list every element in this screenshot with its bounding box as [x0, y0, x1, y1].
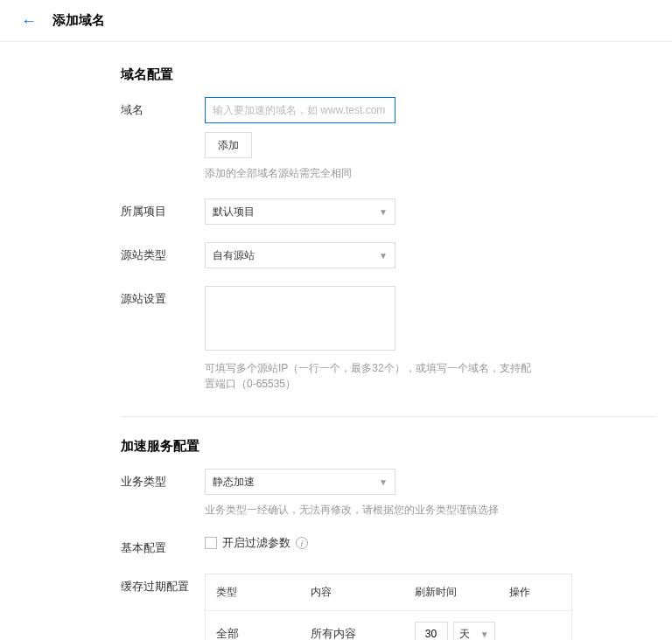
origin-type-value: 自有源站 — [213, 248, 255, 263]
project-select[interactable]: 默认项目 ▼ — [205, 198, 396, 225]
origin-type-select[interactable]: 自有源站 ▼ — [205, 242, 396, 268]
label-domain: 域名 — [121, 97, 205, 118]
row-origin-settings: 源站设置 可填写多个源站IP（一行一个，最多32个），或填写一个域名，支持配置端… — [121, 286, 672, 392]
section-domain-title: 域名配置 — [121, 66, 672, 83]
col-header-refresh: 刷新时间 — [415, 585, 509, 600]
section-divider — [121, 416, 654, 417]
main-content: 域名配置 域名 添加 添加的全部域名源站需完全相同 所属项目 默认项目 ▼ 源站… — [0, 42, 672, 640]
filter-params-checkbox[interactable] — [205, 537, 217, 549]
row-basic-config: 基本配置 开启过滤参数 i — [121, 535, 672, 556]
row-project: 所属项目 默认项目 ▼ — [121, 198, 672, 225]
col-header-action: 操作 — [509, 585, 561, 600]
origin-settings-helper: 可填写多个源站IP（一行一个，最多32个），或填写一个域名，支持配置端口（0-6… — [205, 360, 537, 392]
row-biz-type: 业务类型 静态加速 ▼ 业务类型一经确认，无法再修改，请根据您的业务类型谨慎选择 — [121, 469, 672, 518]
add-domain-button[interactable]: 添加 — [205, 132, 252, 158]
chevron-down-icon: ▼ — [480, 630, 489, 639]
filter-params-label: 开启过滤参数 — [222, 535, 290, 551]
row-cache-config: 缓存过期配置 类型 内容 刷新时间 操作 全部 所有内容 天 — [121, 574, 672, 640]
label-basic-config: 基本配置 — [121, 535, 205, 556]
chevron-down-icon: ▼ — [379, 207, 388, 217]
project-select-value: 默认项目 — [213, 205, 255, 219]
page-header: ← 添加域名 — [0, 0, 672, 42]
origin-settings-textarea[interactable] — [205, 286, 396, 351]
row-domain: 域名 添加 添加的全部域名源站需完全相同 — [121, 97, 672, 181]
label-biz-type: 业务类型 — [121, 469, 205, 490]
domain-helper: 添加的全部域名源站需完全相同 — [205, 165, 396, 181]
page-title: 添加域名 — [52, 12, 105, 29]
label-origin-type: 源站类型 — [121, 242, 205, 263]
biz-type-value: 静态加速 — [213, 475, 255, 490]
cache-row-refresh-unit: 天 — [459, 627, 470, 641]
chevron-down-icon: ▼ — [379, 251, 388, 261]
back-arrow-icon[interactable]: ← — [21, 13, 37, 29]
col-header-type: 类型 — [216, 585, 311, 600]
cache-row-refresh-value[interactable] — [415, 622, 448, 640]
cache-row: 全部 所有内容 天 ▼ — [206, 611, 571, 640]
biz-type-select[interactable]: 静态加速 ▼ — [205, 469, 396, 495]
section-accel-title: 加速服务配置 — [121, 438, 672, 455]
row-origin-type: 源站类型 自有源站 ▼ — [121, 242, 672, 268]
col-header-content: 内容 — [311, 585, 414, 600]
cache-row-type: 全部 — [216, 626, 311, 640]
label-origin-settings: 源站设置 — [121, 286, 205, 307]
cache-table-header: 类型 内容 刷新时间 操作 — [206, 574, 571, 611]
chevron-down-icon: ▼ — [379, 477, 388, 487]
label-project: 所属项目 — [121, 198, 205, 219]
cache-table: 类型 内容 刷新时间 操作 全部 所有内容 天 ▼ — [205, 574, 572, 640]
cache-row-content: 所有内容 — [311, 626, 414, 640]
label-cache-config: 缓存过期配置 — [121, 574, 205, 595]
info-icon[interactable]: i — [296, 537, 308, 549]
cache-row-refresh-unit-select[interactable]: 天 ▼ — [453, 622, 495, 640]
biz-type-helper: 业务类型一经确认，无法再修改，请根据您的业务类型谨慎选择 — [205, 502, 499, 518]
domain-input[interactable] — [205, 97, 396, 123]
